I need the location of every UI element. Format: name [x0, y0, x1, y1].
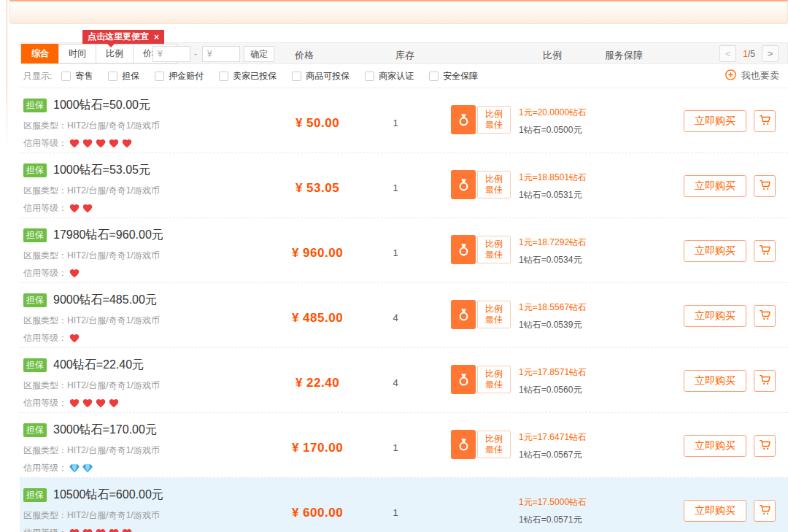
- stock: 1: [377, 442, 414, 453]
- add-to-cart-button[interactable]: [754, 240, 776, 262]
- filter-option-4[interactable]: 卖家已投保: [219, 70, 277, 82]
- listing-title[interactable]: 10500钻石=600.00元: [53, 487, 163, 503]
- ratio-cell: 比例最佳 1元=17.8571钻石 1钻石=0.0560元: [451, 365, 587, 396]
- ratio-text: 1元=20.0000钻石 1钻石=0.0500元: [519, 105, 587, 136]
- add-to-cart-button[interactable]: [754, 305, 776, 327]
- pagination: < 1/5 >: [719, 45, 779, 62]
- credit-level-line: 信用等级：: [23, 462, 160, 474]
- next-page-button[interactable]: >: [762, 45, 779, 62]
- stock: 4: [377, 312, 414, 323]
- buy-now-button[interactable]: 立即购买: [684, 175, 746, 197]
- credit-icons: [69, 203, 93, 214]
- confirm-button[interactable]: 确定: [244, 46, 274, 62]
- listing-title[interactable]: 1000钻石=53.05元: [53, 163, 150, 178]
- add-to-cart-button[interactable]: [754, 500, 776, 522]
- heart-icon: [69, 398, 80, 409]
- heart-icon: [95, 398, 107, 409]
- add-to-cart-button[interactable]: [754, 175, 776, 197]
- buy-now-button[interactable]: 立即购买: [684, 500, 746, 522]
- price-per-diamond: 1钻石=0.0560元: [519, 384, 587, 396]
- stock: 1: [377, 117, 414, 128]
- guarantee-tag: 担保: [23, 163, 47, 177]
- checkbox-icon[interactable]: [108, 72, 117, 81]
- column-header: 服务保障: [605, 49, 643, 62]
- checkbox-icon[interactable]: [219, 72, 228, 81]
- add-to-cart-button[interactable]: [754, 435, 776, 457]
- credit-level-line: 信用等级：: [23, 527, 163, 532]
- close-icon[interactable]: ×: [154, 32, 159, 42]
- buy-now-button[interactable]: 立即购买: [684, 110, 746, 132]
- ratio-cell: 比例最佳 1元=17.6471钻石 1钻石=0.0567元: [451, 430, 587, 461]
- listing-panel: 综合时间比例价格↑ - 确定 价格库存比例服务保障 < 1/5 > 只显示: 寄…: [20, 42, 788, 532]
- server-type-line: 区服类型：HIT2/台服/奇奇1/游戏币: [23, 444, 160, 457]
- medal-icon: [451, 105, 476, 134]
- cheaper-tooltip: 点击这里更便宜 ×: [82, 30, 164, 44]
- listing-row: 担保 17980钻石=960.00元 区服类型：HIT2/台服/奇奇1/游戏币 …: [20, 218, 788, 283]
- buy-now-button[interactable]: 立即购买: [684, 435, 746, 457]
- listing-title[interactable]: 17980钻石=960.00元: [53, 228, 163, 243]
- sort-tab-2[interactable]: 时间: [58, 44, 96, 63]
- stock: 1: [377, 182, 414, 193]
- buy-now-button[interactable]: 立即购买: [684, 370, 746, 392]
- listing-title[interactable]: 9000钻石=485.00元: [53, 293, 157, 308]
- cart-icon: [758, 503, 772, 519]
- ratio-cell: 比例最佳 1元=18.5567钻石 1钻石=0.0539元: [451, 300, 587, 331]
- sort-tab-3[interactable]: 比例: [96, 44, 134, 63]
- credit-icons: [69, 268, 80, 279]
- ratio-per-yuan: 1元=20.0000钻石: [519, 107, 587, 119]
- listing-title[interactable]: 1000钻石=50.00元: [53, 98, 150, 113]
- diamond-icon: [82, 463, 93, 474]
- filter-option-5[interactable]: 商品可投保: [292, 70, 349, 82]
- price: ¥ 170.00: [274, 441, 361, 455]
- heart-icon: [69, 268, 80, 279]
- server-type-line: 区服类型：HIT2/台服/奇奇1/游戏币: [23, 315, 160, 327]
- ratio-text: 1元=18.7292钻石 1钻石=0.0534元: [519, 235, 587, 266]
- listing-row: 担保 400钻石=22.40元 区服类型：HIT2/台服/奇奇1/游戏币 信用等…: [20, 348, 788, 413]
- filter-option-7[interactable]: 安全保障: [429, 70, 478, 82]
- prev-page-button[interactable]: <: [719, 45, 736, 62]
- cart-icon: [758, 373, 772, 389]
- heart-icon: [69, 528, 80, 532]
- filter-option-1[interactable]: 寄售: [61, 70, 93, 82]
- listing-info: 担保 1000钻石=50.00元 区服类型：HIT2/台服/奇奇1/游戏币 信用…: [23, 98, 160, 150]
- ratio-per-yuan: 1元=17.6471钻石: [519, 431, 587, 444]
- price-min-input[interactable]: [152, 46, 190, 62]
- best-ratio-badge: 比例最佳: [451, 105, 511, 134]
- checkbox-icon[interactable]: [61, 72, 71, 81]
- sort-tab-1[interactable]: 综合: [21, 44, 59, 63]
- buy-now-button[interactable]: 立即购买: [684, 240, 746, 262]
- listing-title[interactable]: 400钻石=22.40元: [53, 358, 144, 373]
- ratio-per-yuan: 1元=18.5567钻石: [519, 301, 587, 314]
- best-ratio-badge: 比例最佳: [451, 170, 511, 199]
- filter-option-6[interactable]: 商家认证: [365, 70, 414, 82]
- listing-title[interactable]: 3000钻石=170.00元: [53, 423, 157, 438]
- price: ¥ 50.00: [274, 116, 361, 131]
- server-type-value: HIT2/台服/奇奇1/游戏币: [67, 510, 160, 520]
- heart-icon: [108, 528, 120, 532]
- credit-icons: [69, 138, 133, 149]
- credit-level-line: 信用等级：: [23, 267, 163, 280]
- filter-option-3[interactable]: 押金赔付: [155, 70, 204, 82]
- checkbox-icon[interactable]: [155, 72, 164, 81]
- heart-icon: [108, 398, 120, 409]
- checkbox-icon[interactable]: [292, 72, 301, 81]
- buy-now-button[interactable]: 立即购买: [684, 305, 746, 327]
- stock: 1: [377, 507, 414, 518]
- page-left-accent-line: [7, 0, 7, 151]
- price-per-diamond: 1钻石=0.0500元: [519, 124, 587, 136]
- checkbox-icon[interactable]: [365, 72, 374, 81]
- checkbox-icon[interactable]: [429, 72, 439, 81]
- best-ratio-badge: 比例最佳: [451, 235, 511, 264]
- stock: 4: [377, 377, 414, 388]
- price-per-diamond: 1钻石=0.0571元: [519, 514, 587, 526]
- add-to-cart-button[interactable]: [754, 110, 776, 132]
- sort-filter-bar: 综合时间比例价格↑ - 确定 价格库存比例服务保障 < 1/5 >: [20, 42, 788, 64]
- listing-list: 担保 1000钻石=50.00元 区服类型：HIT2/台服/奇奇1/游戏币 信用…: [20, 88, 788, 532]
- i-want-to-sell-link[interactable]: 我也要卖: [725, 69, 788, 83]
- listing-info: 担保 400钻石=22.40元 区服类型：HIT2/台服/奇奇1/游戏币 信用等…: [23, 358, 160, 409]
- sell-link-label: 我也要卖: [741, 69, 779, 82]
- price-max-input[interactable]: [202, 46, 240, 62]
- add-to-cart-button[interactable]: [754, 370, 776, 392]
- server-type-value: HIT2/台服/奇奇1/游戏币: [67, 315, 160, 325]
- filter-option-2[interactable]: 担保: [108, 70, 139, 82]
